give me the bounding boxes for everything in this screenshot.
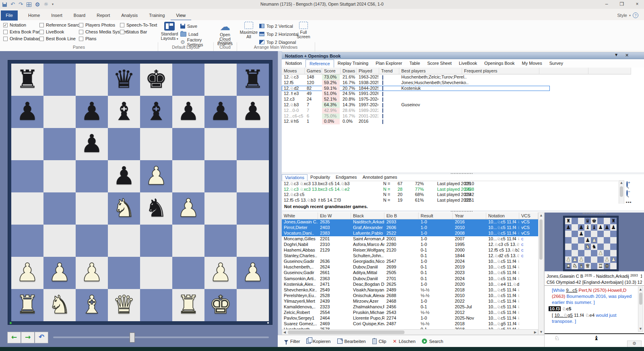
zoom-out-button[interactable]: − (626, 191, 628, 196)
piece-black-pawn[interactable]: ♟ (610, 224, 617, 231)
piece-black-king[interactable]: ♚ (591, 218, 597, 224)
panel-header[interactable]: Notation + Openings Book (282, 52, 644, 59)
game-row[interactable]: Shevchenko,Kir..2549Visakh,Narayana..248… (282, 287, 538, 293)
square-c2[interactable]: ♟ (578, 256, 584, 263)
help-icon[interactable]: ? (633, 12, 638, 18)
square-a6[interactable] (11, 128, 43, 160)
game-row[interactable]: Pavlov,Sergey12464Llorente Pupo,R..22741… (282, 316, 538, 321)
games-scrollbar-vertical[interactable]: ▲ ▼ (538, 213, 544, 335)
square-g6[interactable] (604, 231, 610, 237)
top-2-horizontal-button[interactable]: Top 2 Horizontal (259, 31, 299, 37)
square-g7[interactable]: ♟ (604, 224, 610, 231)
piece-white-rook[interactable]: ♜ (172, 289, 204, 321)
square-d2[interactable] (584, 256, 591, 263)
piece-white-knight[interactable]: ♞ (572, 263, 578, 269)
square-g3[interactable] (204, 225, 237, 257)
piece-white-pawn[interactable]: ♟ (591, 237, 597, 244)
square-h5[interactable] (237, 160, 269, 192)
square-b1[interactable]: ♞ (43, 289, 76, 321)
piece-black-knight[interactable]: ♞ (591, 244, 597, 250)
slider-handle[interactable] (130, 332, 135, 343)
top-2-vertical-button[interactable]: Top 2 Vertical (259, 23, 299, 29)
filter-button[interactable]: Filter (284, 339, 300, 344)
square-g3[interactable] (604, 250, 610, 256)
square-g8[interactable] (604, 218, 610, 224)
tab-view[interactable]: View (171, 10, 192, 21)
minimize-button[interactable]: – (604, 1, 609, 7)
square-a1[interactable]: ♜ (11, 289, 43, 321)
square-c4[interactable] (578, 244, 584, 250)
square-f5[interactable] (172, 160, 204, 192)
square-d4[interactable]: ♞ (584, 244, 591, 250)
square-d3[interactable] (584, 250, 591, 256)
column-header[interactable]: Year (453, 213, 486, 219)
current-move[interactable]: 10.f3 (549, 306, 561, 311)
square-c7[interactable]: ♟ (578, 224, 584, 231)
zoom-in-button[interactable]: + (626, 182, 628, 187)
annotation-scrollbar[interactable]: ▲ ▼ (638, 287, 643, 332)
piece-white-knight[interactable]: ♞ (584, 244, 591, 250)
square-f3[interactable]: ♟ (597, 250, 604, 256)
game-row[interactable]: Stanley,Charles..Schulten,John..0-118441… (282, 253, 538, 259)
tab-report[interactable]: Report (91, 10, 116, 21)
square-b7[interactable] (43, 96, 76, 128)
scroll-thumb[interactable] (539, 219, 543, 260)
square-a2[interactable]: ♟ (565, 256, 572, 263)
checkbox-online-database[interactable]: Online Database (3, 36, 43, 41)
square-d8[interactable]: ♛ (108, 64, 140, 96)
piece-black-pawn[interactable]: ♟ (584, 237, 591, 244)
checkbox-best-book-line[interactable]: Best Book Line (39, 36, 82, 41)
variation-row[interactable]: 12.f5 c5 13.♘b3 ♗b5 14.♖f3N =1961%Last p… (282, 198, 618, 203)
game-row[interactable]: Pirrot,Dieter2403Graf,Alexander26061-020… (282, 225, 538, 231)
clip-button[interactable]: Clip (372, 339, 386, 344)
column-header[interactable]: Elo B (384, 213, 419, 219)
square-g5[interactable] (604, 237, 610, 244)
piece-white-rook[interactable]: ♜ (11, 289, 43, 321)
column-header[interactable]: Moves (282, 68, 305, 74)
square-a3[interactable] (11, 225, 43, 257)
bearbeiten-button[interactable]: Bearbeiten (337, 339, 366, 344)
piece-white-pawn[interactable]: ♟ (572, 256, 578, 263)
square-g8[interactable] (204, 64, 237, 96)
game-row[interactable]: Doghri,Nabil2310Asfora,Marco An..22801-0… (282, 242, 538, 248)
square-h5[interactable] (610, 237, 617, 244)
piece-white-pawn[interactable]: ♟ (604, 256, 610, 263)
game-row[interactable]: Guseinov,Gadir2636Georgiadis,Nico25471-0… (282, 259, 538, 264)
square-b4[interactable] (43, 192, 76, 225)
square-a8[interactable]: ♜ (565, 218, 572, 224)
square-c5[interactable] (578, 237, 584, 244)
square-d7[interactable]: ♝ (584, 224, 591, 231)
square-h2[interactable]: ♟ (610, 256, 617, 263)
square-h4[interactable] (610, 244, 617, 250)
reference-row[interactable]: 12.♗e34951.0%24.5%1991-2026 (282, 91, 550, 97)
square-c7[interactable]: ♟ (76, 96, 108, 128)
tab-table[interactable]: Table (406, 60, 423, 68)
piece-white-pawn[interactable]: ♟ (204, 257, 237, 289)
square-d3[interactable] (108, 225, 140, 257)
square-b6[interactable] (572, 231, 578, 237)
search-button[interactable]: Search (422, 339, 443, 344)
standard-layouts-button[interactable]: Standard Layouts ▾ (159, 22, 180, 41)
square-g4[interactable] (604, 244, 610, 250)
scroll-down-icon[interactable]: ▼ (539, 330, 544, 334)
square-b4[interactable] (572, 244, 578, 250)
square-h7[interactable]: ♟ (237, 96, 269, 128)
square-f4[interactable] (597, 244, 604, 250)
square-c8[interactable] (578, 218, 584, 224)
piece-white-pawn[interactable]: ♟ (610, 256, 617, 263)
piece-black-pawn[interactable]: ♟ (597, 224, 604, 231)
column-header[interactable] (588, 68, 631, 74)
piece-white-pawn[interactable]: ♟ (237, 257, 269, 289)
piece-black-bishop[interactable]: ♝ (591, 224, 597, 231)
square-e7[interactable]: ♝ (140, 96, 172, 128)
square-e4[interactable]: ♞ (591, 244, 597, 250)
square-a4[interactable] (11, 192, 43, 225)
löschen-button[interactable]: ✕Löschen (393, 339, 416, 344)
checkbox-plans[interactable]: Plans (79, 36, 127, 41)
square-d7[interactable]: ♝ (108, 96, 140, 128)
square-h1[interactable] (237, 289, 269, 321)
full-screen-button[interactable]: Full Screen (293, 22, 314, 39)
maximize-all-button[interactable]: Maximize All (238, 22, 259, 39)
reference-row[interactable]: 12.♕h510.0%0.0%2016 (282, 119, 550, 124)
variation-row[interactable]: 12.♘c3 ♘xc3 13.bxc3 c5 14.♘b3N =6772%Las… (282, 181, 618, 187)
